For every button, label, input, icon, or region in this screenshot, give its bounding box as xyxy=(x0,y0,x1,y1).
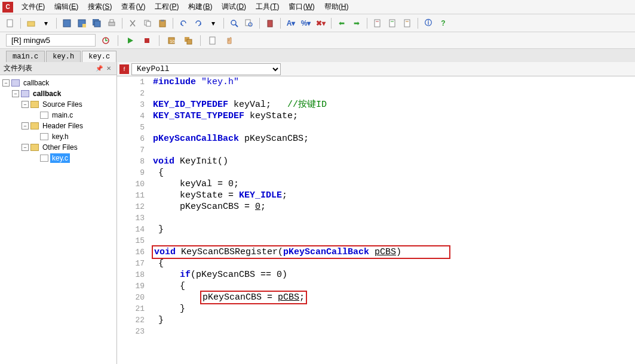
code-line[interactable] xyxy=(153,144,635,156)
redo-dropdown[interactable]: ▾ xyxy=(207,17,220,30)
menu-d[interactable]: 调试(D) xyxy=(217,0,251,14)
undo-button[interactable] xyxy=(177,17,190,30)
svg-rect-10 xyxy=(146,21,151,26)
code-line[interactable] xyxy=(153,212,635,224)
code-line[interactable]: pKeyScanCBS = pCBS; xyxy=(153,292,635,303)
save-all-button[interactable] xyxy=(90,17,103,30)
tool-doc1[interactable] xyxy=(371,17,384,30)
tree-toggle[interactable]: − xyxy=(22,101,29,108)
code-line[interactable]: KEY_ID_TYPEDEF keyVal; //按键ID xyxy=(153,99,635,110)
stop-button[interactable] xyxy=(140,34,154,47)
func-icon[interactable]: f xyxy=(119,64,129,74)
copy-button[interactable] xyxy=(141,17,154,30)
menu-f[interactable]: 文件(F) xyxy=(17,0,50,14)
code-line[interactable]: void KeyScanCBSRegister(pKeyScanCallBack… xyxy=(153,246,635,258)
paste-button[interactable] xyxy=(156,17,169,30)
code-line[interactable]: keyVal = 0; xyxy=(153,178,635,190)
menu-s[interactable]: 搜索(S) xyxy=(83,0,116,14)
tree-toggle[interactable]: − xyxy=(12,90,19,97)
find-button[interactable] xyxy=(228,17,241,30)
code-line[interactable]: { xyxy=(153,258,635,269)
svg-rect-20 xyxy=(389,20,395,27)
code-line[interactable]: if(pKeyScanCBS == 0) xyxy=(153,269,635,280)
project-icon xyxy=(11,79,20,87)
tree-toggle[interactable]: − xyxy=(22,144,29,151)
open-button[interactable] xyxy=(24,17,38,30)
code-line[interactable]: KEY_STATE_TYPEDEF keyState; xyxy=(153,110,635,122)
help-button[interactable]: ? xyxy=(437,17,450,30)
code-line[interactable] xyxy=(153,122,635,133)
code-line[interactable]: } xyxy=(153,224,635,235)
info-button[interactable]: ⓘ xyxy=(422,17,435,30)
function-selector[interactable]: KeyPoll xyxy=(131,63,281,75)
file-tab[interactable]: key.c xyxy=(82,51,116,62)
nav-fwd-button[interactable]: ➡ xyxy=(350,17,363,30)
save-button[interactable] xyxy=(60,17,73,30)
code-line[interactable] xyxy=(153,88,635,99)
menu-w[interactable]: 窗口(W) xyxy=(284,0,319,14)
sidebar: 文件列表 📌 ✕ −callback−callback−Source Files… xyxy=(0,62,117,364)
print-button[interactable] xyxy=(105,17,118,30)
tree-label: Other Files xyxy=(41,143,79,152)
tool-sheet[interactable] xyxy=(206,34,219,47)
save-as-button[interactable] xyxy=(75,17,88,30)
cut-button[interactable] xyxy=(126,17,139,30)
tree-toggle[interactable]: − xyxy=(22,122,29,129)
open-dropdown[interactable]: ▾ xyxy=(39,17,53,30)
svg-rect-2 xyxy=(63,20,70,27)
bookmark-button[interactable] xyxy=(263,17,277,30)
nav-back-button[interactable]: ⬅ xyxy=(335,17,348,30)
debug-config-button[interactable] xyxy=(99,34,112,47)
menu-h[interactable]: 帮助(H) xyxy=(320,0,354,14)
svg-point-13 xyxy=(231,20,236,25)
menu-t[interactable]: 工具(T) xyxy=(251,0,284,14)
tool-doc2[interactable] xyxy=(386,17,399,30)
menu-v[interactable]: 查看(V) xyxy=(116,0,150,14)
tool-a[interactable]: A▾ xyxy=(284,17,297,30)
tree-node[interactable]: −callback xyxy=(2,78,114,88)
file-tab[interactable]: main.c xyxy=(6,51,45,62)
code-line[interactable]: keyState = KEY_IDLE; xyxy=(153,190,635,201)
file-tree[interactable]: −callback−callback−Source Filesmain.c−He… xyxy=(0,75,116,364)
code-line[interactable] xyxy=(153,326,635,337)
tool-x[interactable]: ✖▾ xyxy=(314,17,327,30)
find-in-files-button[interactable] xyxy=(243,17,256,30)
tree-node[interactable]: −Source Files xyxy=(2,99,114,110)
tree-node[interactable]: main.c xyxy=(2,110,114,121)
code-line[interactable]: void KeyInit() xyxy=(153,156,635,167)
svg-rect-12 xyxy=(161,20,164,21)
code-line[interactable]: #include "key.h" xyxy=(153,76,635,88)
build-target[interactable]: [R] mingw5 xyxy=(6,34,96,47)
tool-percent[interactable]: %▾ xyxy=(299,17,312,30)
code-line[interactable]: pKeyScanCBS = 0; xyxy=(153,201,635,212)
code-line[interactable]: { xyxy=(153,167,635,178)
tool-doc3[interactable] xyxy=(401,17,414,30)
folder-icon xyxy=(30,101,39,108)
file-icon xyxy=(40,112,48,119)
tree-node[interactable]: −Other Files xyxy=(2,142,114,153)
code-line[interactable]: } xyxy=(153,314,635,326)
tool-hand[interactable] xyxy=(223,34,236,47)
sidebar-pin-icon[interactable]: 📌 xyxy=(95,64,103,73)
code-line[interactable]: } xyxy=(153,303,635,314)
menu-e[interactable]: 编辑(E) xyxy=(50,0,83,14)
run-button[interactable] xyxy=(124,34,137,47)
menu-p[interactable]: 工程(P) xyxy=(150,0,183,14)
function-bar: f KeyPoll xyxy=(117,62,635,76)
new-file-button[interactable] xyxy=(4,17,17,30)
file-tab[interactable]: key.h xyxy=(46,51,81,62)
sidebar-close-icon[interactable]: ✕ xyxy=(105,64,113,73)
code-line[interactable]: pKeyScanCallBack pKeyScanCBS; xyxy=(153,133,635,144)
svg-rect-1 xyxy=(27,21,35,26)
tree-node[interactable]: −callback xyxy=(2,88,114,99)
compile-button[interactable]: 101 xyxy=(165,34,178,47)
redo-button[interactable] xyxy=(192,17,205,30)
tree-label: main.c xyxy=(50,110,75,120)
tree-node[interactable]: key.h xyxy=(2,131,114,142)
tree-node[interactable]: key.c xyxy=(2,153,114,164)
tree-node[interactable]: −Header Files xyxy=(2,121,114,131)
menu-b[interactable]: 构建(B) xyxy=(183,0,217,14)
code-editor[interactable]: 1234567891011121314151617181920212223 #i… xyxy=(117,76,635,364)
tree-toggle[interactable]: − xyxy=(2,79,10,87)
build-button[interactable] xyxy=(182,34,195,47)
